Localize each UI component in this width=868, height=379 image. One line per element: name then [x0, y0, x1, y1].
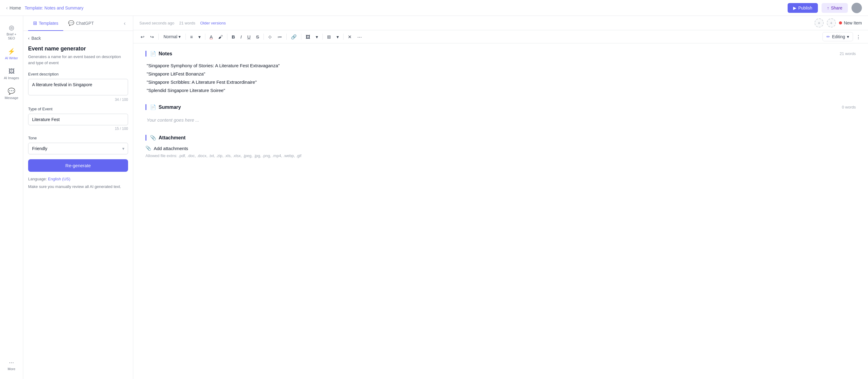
back-button[interactable]: ‹ Back: [28, 36, 41, 41]
summary-header-left: 📄 Summary: [150, 104, 181, 110]
tone-field: Tone Friendly Professional Casual Formal…: [28, 136, 128, 154]
new-item-dot: [839, 22, 842, 25]
attachment-section: 📎 Attachment 📎 Add attachments Allowed f…: [146, 135, 856, 158]
format-chevron-icon: ▾: [179, 34, 181, 39]
editing-label: Editing: [832, 34, 845, 39]
save-status: Saved seconds ago: [140, 21, 174, 25]
highlight-button[interactable]: 🖌: [216, 33, 225, 41]
collaborator-avatar-2[interactable]: +: [827, 18, 836, 28]
italic-button[interactable]: I: [238, 33, 244, 41]
regenerate-label: Re-generate: [65, 163, 91, 168]
undo-button[interactable]: ↩: [138, 33, 147, 41]
text-color-button[interactable]: A: [207, 33, 215, 41]
toolbar-divider-7: [301, 34, 301, 40]
toolbar-overflow-button[interactable]: ⋮: [854, 33, 863, 41]
collaborator-avatar-1[interactable]: +: [814, 18, 824, 28]
generated-item[interactable]: "Splendid Singapore Literature Soiree": [147, 86, 856, 94]
image-dropdown-button[interactable]: ▾: [313, 33, 320, 41]
type-of-event-input[interactable]: [28, 114, 128, 125]
regenerate-button[interactable]: Re-generate: [28, 159, 128, 172]
publish-button[interactable]: ▶ Publish: [787, 3, 818, 13]
image-button[interactable]: 🖼: [303, 33, 313, 41]
topbar-right: ▶ Publish ↑ Share: [787, 3, 862, 13]
bullet-list-button[interactable]: ⊹: [266, 33, 275, 41]
tab-templates-label: Templates: [39, 21, 58, 26]
clear-format-button[interactable]: ✕: [345, 33, 354, 41]
align-dropdown-button[interactable]: ▾: [196, 33, 203, 41]
generated-item[interactable]: "Singapore LitFest Bonanza": [147, 70, 856, 78]
collapse-panel-button[interactable]: ‹: [121, 19, 128, 28]
attachment-icon: 📎: [150, 135, 156, 140]
ai-writer-icon: ⚡: [8, 48, 15, 55]
breadcrumb-link[interactable]: Notes and Summary: [44, 5, 84, 10]
publish-icon: ▶: [793, 5, 797, 10]
top-bar: ‹ Home Template: Notes and Summary ▶ Pub…: [0, 0, 868, 16]
publish-label: Publish: [798, 5, 812, 10]
templates-tab-icon: ⊞: [33, 20, 37, 26]
older-versions-link[interactable]: Older versions: [200, 21, 226, 25]
summary-icon: 📄: [150, 104, 156, 110]
redo-button[interactable]: ↪: [148, 33, 156, 41]
breadcrumb-prefix: Template:: [25, 5, 43, 10]
format-select-button[interactable]: Normal ▾: [160, 33, 184, 41]
panel-tabs: ⊞ Templates 💬 ChatGPT ‹: [23, 16, 133, 31]
more-options-button[interactable]: ⋯: [355, 33, 364, 41]
table-dropdown-button[interactable]: ▾: [334, 33, 341, 41]
tone-select[interactable]: Friendly Professional Casual Formal: [28, 143, 128, 154]
editor-toolbar: ↩ ↪ Normal ▾ ≡ ▾ A 🖌 B I U S ⊹ ≔ 🔗 🖼: [133, 30, 868, 43]
notes-section: 📄 Notes 21 words "Singapore Symphony of …: [146, 51, 856, 94]
editing-mode-button[interactable]: ✏ Editing ▾: [823, 32, 853, 41]
underline-button[interactable]: U: [245, 33, 253, 41]
summary-title: Summary: [159, 104, 181, 110]
add-attachments-button[interactable]: 📎 Add attachments: [146, 146, 856, 151]
summary-placeholder[interactable]: Your content goes here ...: [146, 115, 856, 125]
generated-item[interactable]: "Singapore Scribbles: A Literature Fest …: [147, 78, 856, 86]
summary-section: 📄 Summary 0 words Your content goes here…: [146, 104, 856, 125]
left-panel: ⊞ Templates 💬 ChatGPT ‹ ‹ Back Event nam…: [23, 16, 133, 379]
icon-sidebar: ◎ Brief + SEO ⚡ AI Writer 🖼 AI Images 💬 …: [0, 16, 23, 379]
bold-button[interactable]: B: [229, 33, 238, 41]
avatar[interactable]: [851, 3, 862, 13]
summary-word-count: 0 words: [842, 105, 856, 109]
type-of-event-charcount: 15 / 100: [28, 127, 128, 131]
back-label: Back: [31, 36, 41, 41]
tab-templates[interactable]: ⊞ Templates: [28, 16, 63, 31]
sidebar-item-label: AI Writer: [5, 56, 18, 60]
summary-section-header: 📄 Summary 0 words: [146, 104, 856, 110]
toolbar-divider-9: [343, 34, 344, 40]
type-of-event-label: Type of Event: [28, 107, 128, 111]
generated-items: "Singapore Symphony of Stories: A Litera…: [146, 61, 856, 94]
numbered-list-button[interactable]: ≔: [275, 33, 284, 41]
back-icon: ‹: [28, 36, 30, 41]
new-item-badge: New Item: [839, 21, 862, 25]
notes-section-header: 📄 Notes 21 words: [146, 51, 856, 57]
sidebar-item-ai-writer[interactable]: ⚡ AI Writer: [1, 44, 22, 63]
sidebar-item-ai-images[interactable]: 🖼 AI Images: [1, 65, 22, 83]
language-line: Language: English (US): [28, 177, 128, 181]
align-button[interactable]: ≡: [188, 33, 195, 41]
tone-label: Tone: [28, 136, 128, 140]
sidebar-item-brief-seo[interactable]: ◎ Brief + SEO: [1, 21, 22, 43]
strikethrough-button[interactable]: S: [254, 33, 261, 41]
sidebar-item-message[interactable]: 💬 Message: [1, 84, 22, 103]
generated-item[interactable]: "Singapore Symphony of Stories: A Litera…: [147, 61, 856, 70]
editor-topbar-right: + + New Item: [814, 18, 862, 28]
event-description-input[interactable]: A literature festival in Singapore: [28, 79, 128, 95]
share-button[interactable]: ↑ Share: [822, 3, 848, 13]
editing-chevron-icon: ▾: [847, 34, 849, 39]
link-button[interactable]: 🔗: [288, 33, 299, 41]
tab-chatgpt[interactable]: 💬 ChatGPT: [63, 16, 99, 31]
home-label: Home: [9, 5, 21, 10]
sidebar-item-more[interactable]: ··· More: [1, 356, 22, 374]
edit-pencil-icon: ✏: [827, 34, 830, 39]
language-prefix: Language:: [28, 177, 47, 181]
home-button[interactable]: ‹ Home: [6, 5, 21, 11]
editor-topbar: Saved seconds ago 21 words Older version…: [133, 16, 868, 30]
word-count: 21 words: [179, 21, 195, 25]
notes-title: Notes: [159, 51, 172, 57]
chevron-left-icon: ‹: [6, 5, 8, 11]
table-button[interactable]: ⊞: [324, 33, 334, 41]
notes-icon: 📄: [150, 51, 156, 57]
language-link[interactable]: English (US): [48, 177, 70, 181]
sidebar-item-label: AI Images: [4, 76, 19, 80]
